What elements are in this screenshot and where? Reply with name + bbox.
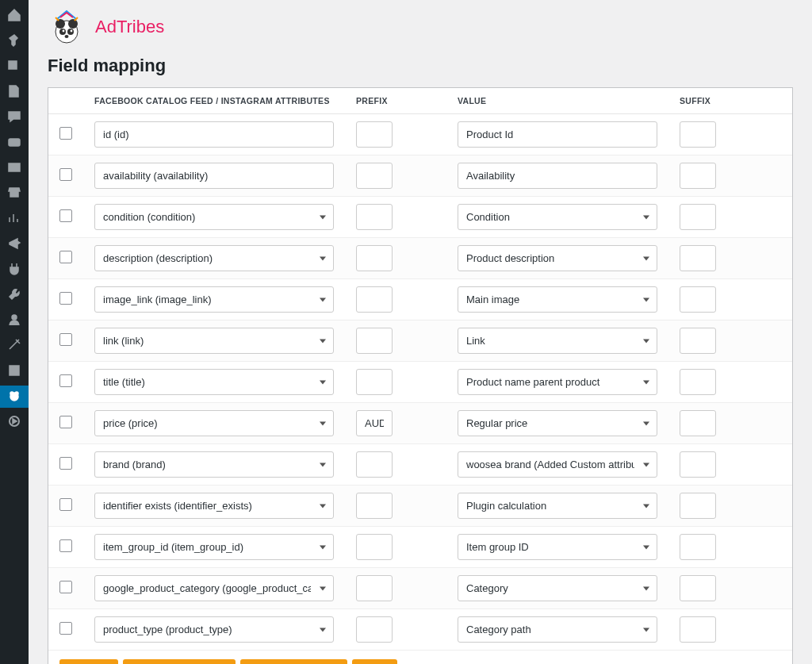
sidebar-item-block[interactable] — [0, 360, 29, 382]
attribute-select[interactable]: condition (condition) — [94, 204, 334, 230]
suffix-input[interactable] — [680, 245, 716, 271]
table-row: price (price)Regular price — [48, 403, 792, 444]
prefix-input[interactable] — [356, 204, 393, 230]
attribute-select[interactable]: price (price) — [94, 410, 334, 436]
sidebar-item-circle[interactable] — [0, 411, 29, 433]
delete-button[interactable]: - Delete — [59, 659, 118, 664]
prefix-input[interactable] — [356, 121, 393, 148]
svg-point-5 — [15, 392, 18, 395]
mapping-panel: Facebook Catalog Feed / Instagram Attrib… — [48, 87, 793, 664]
attribute-select[interactable]: title (title) — [94, 369, 334, 395]
attribute-select[interactable]: item_group_id (item_group_id) — [94, 534, 334, 560]
table-row: identifier exists (identifier_exists)Plu… — [48, 486, 792, 527]
sidebar-item-settings[interactable] — [0, 335, 29, 357]
suffix-input[interactable] — [680, 328, 716, 354]
attribute-select[interactable]: description (description) — [94, 245, 334, 271]
attribute-select[interactable]: image_link (image_link) — [94, 286, 334, 313]
prefix-input[interactable] — [356, 369, 393, 395]
suffix-input[interactable] — [680, 451, 716, 478]
sidebar-item-woo[interactable] — [0, 132, 29, 154]
prefix-input[interactable] — [356, 163, 393, 189]
attribute-select[interactable]: identifier exists (identifier_exists) — [94, 493, 334, 519]
mapping-table: Facebook Catalog Feed / Instagram Attrib… — [48, 88, 792, 651]
row-checkbox[interactable] — [59, 251, 72, 263]
sidebar-item-plugins[interactable] — [0, 259, 29, 281]
attribute-select[interactable]: link (link) — [94, 328, 334, 354]
sidebar-item-analytics[interactable] — [0, 208, 29, 230]
sidebar-item-panda[interactable] — [0, 386, 29, 408]
sidebar-item-marketing[interactable] — [0, 233, 29, 255]
row-checkbox[interactable] — [59, 168, 72, 181]
value-select[interactable]: Main image — [458, 286, 657, 313]
add-field-mapping-button[interactable]: + Add field mapping — [123, 659, 236, 664]
sidebar-item-store[interactable] — [0, 182, 29, 205]
prefix-input[interactable] — [356, 616, 393, 643]
suffix-input[interactable] — [680, 163, 716, 189]
prefix-input[interactable] — [356, 328, 393, 354]
row-checkbox[interactable] — [59, 209, 72, 222]
prefix-input[interactable] — [356, 493, 393, 519]
prefix-input[interactable] — [356, 451, 393, 478]
value-select[interactable]: woosea brand (Added Custom attribute) — [458, 451, 657, 478]
attribute-input[interactable] — [94, 163, 334, 189]
media-icon — [7, 59, 21, 75]
sidebar-item-tools[interactable] — [0, 284, 29, 306]
value-select[interactable]: Plugin calculation — [458, 493, 657, 519]
suffix-input[interactable] — [680, 575, 716, 601]
add-custom-field-button[interactable]: + Add custom field — [240, 659, 347, 664]
row-checkbox[interactable] — [59, 498, 72, 511]
prefix-input[interactable] — [356, 534, 393, 560]
sidebar-item-pin[interactable] — [0, 30, 29, 52]
suffix-input[interactable] — [680, 286, 716, 313]
suffix-input[interactable] — [680, 493, 716, 519]
value-input[interactable] — [458, 121, 657, 148]
sidebar-item-comments[interactable] — [0, 106, 29, 129]
value-select[interactable]: Category — [458, 575, 657, 601]
row-checkbox[interactable] — [59, 292, 72, 305]
attribute-select[interactable]: product_type (product_type) — [94, 616, 334, 643]
suffix-input[interactable] — [680, 204, 716, 230]
value-select[interactable]: Category path — [458, 616, 657, 643]
table-row: title (title)Product name parent product — [48, 362, 792, 403]
row-checkbox[interactable] — [59, 374, 72, 387]
page-title: Field mapping — [48, 56, 793, 76]
row-checkbox[interactable] — [59, 457, 72, 470]
prefix-input[interactable] — [356, 286, 393, 313]
sidebar-item-users[interactable] — [0, 309, 29, 332]
sidebar-item-media[interactable] — [0, 56, 29, 78]
value-select[interactable]: Product name parent product — [458, 369, 657, 395]
attribute-select[interactable]: brand (brand) — [94, 451, 334, 478]
prefix-input[interactable] — [356, 575, 393, 601]
sidebar-item-pages[interactable] — [0, 81, 29, 103]
value-select[interactable]: Regular price — [458, 410, 657, 436]
row-checkbox[interactable] — [59, 539, 72, 552]
row-checkbox[interactable] — [59, 622, 72, 635]
suffix-input[interactable] — [680, 369, 716, 395]
attribute-select[interactable]: google_product_category (google_product_… — [94, 575, 334, 601]
suffix-input[interactable] — [680, 616, 716, 643]
value-select[interactable]: Link — [458, 328, 657, 354]
sidebar-item-dashboard[interactable] — [0, 5, 29, 27]
value-select[interactable]: Item group ID — [458, 534, 657, 560]
value-select[interactable]: Condition — [458, 204, 657, 230]
table-row: description (description)Product descrip… — [48, 238, 792, 279]
marketing-icon — [7, 236, 21, 253]
prefix-input[interactable] — [356, 245, 393, 271]
value-input[interactable] — [458, 163, 657, 189]
settings-icon — [7, 338, 21, 355]
value-select[interactable]: Product description — [458, 245, 657, 271]
svg-point-11 — [68, 19, 78, 29]
row-checkbox[interactable] — [59, 333, 72, 346]
brand-logo — [48, 8, 86, 46]
suffix-input[interactable] — [680, 534, 716, 560]
prefix-input[interactable] — [356, 410, 393, 436]
row-checkbox[interactable] — [59, 127, 72, 140]
sidebar-item-appearance[interactable] — [0, 157, 29, 179]
svg-point-14 — [63, 30, 65, 33]
row-checkbox[interactable] — [59, 416, 72, 428]
save-button[interactable]: Save — [352, 659, 398, 664]
row-checkbox[interactable] — [59, 581, 72, 593]
attribute-input[interactable] — [94, 121, 334, 148]
suffix-input[interactable] — [680, 410, 716, 436]
suffix-input[interactable] — [680, 121, 716, 148]
